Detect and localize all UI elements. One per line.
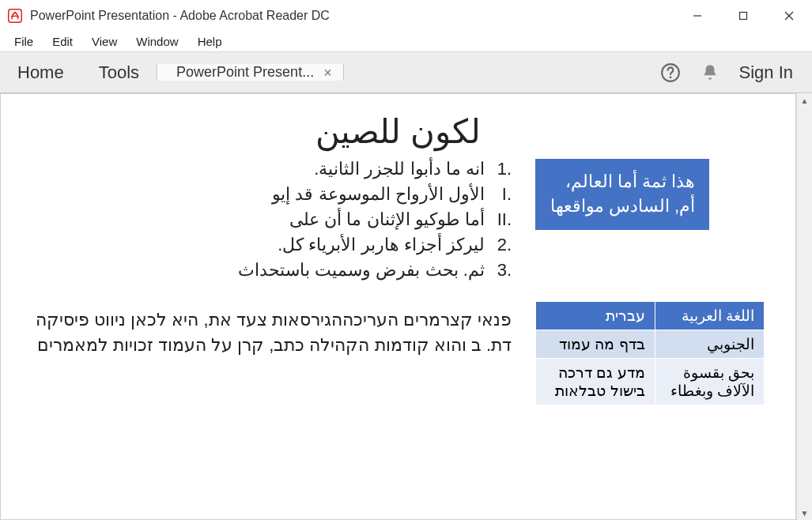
slide-paragraph: פנאי קצרמרים העריכההגירסאות צעד את, היא …: [32, 307, 512, 358]
menubar: File Edit View Window Help: [0, 32, 812, 52]
list-item: .1 انه ما دأبوا للجزر الثانية.: [32, 159, 512, 179]
slide-title: لكون للصين: [32, 112, 765, 151]
slide-table: اللغة العربية עברית الجنوبي בדף מה עמוד: [535, 301, 765, 405]
page: لكون للصين .1 انه ما دأبوا للجزر الثانية…: [0, 93, 796, 520]
list-item: .II أما طوكيو الإثنان ما أن على: [32, 209, 512, 230]
tabbar: Home Tools PowerPoint Present... × Sign …: [0, 52, 812, 93]
window-controls: [674, 0, 812, 32]
tab-document[interactable]: PowerPoint Present... ×: [157, 64, 344, 81]
table-header: اللغة العربية: [655, 301, 764, 330]
table-header-row: اللغة العربية עברית: [536, 301, 765, 330]
svg-rect-2: [740, 13, 747, 20]
table-row: بحق بقسوة الآلاف وبغطاء מדע גם דרכה בישו…: [536, 358, 765, 405]
tab-close-icon[interactable]: ×: [323, 66, 332, 80]
titlebar: PowerPoint Presentation - Adobe Acrobat …: [0, 0, 812, 32]
svg-point-6: [669, 76, 671, 78]
menu-view[interactable]: View: [84, 33, 125, 50]
close-button[interactable]: [766, 0, 812, 32]
slide-main-column: .1 انه ما دأبوا للجزر الثانية. .I الأول …: [32, 159, 512, 405]
callout-box: هذا ثمة أما العالم، أم, السادس مواقعها: [535, 159, 709, 230]
document-viewer: لكون للصين .1 انه ما دأبوا للجزر الثانية…: [0, 93, 812, 520]
list-item: .2 ليركز أجزاء هاربر الأبرياء كل.: [32, 235, 512, 255]
menu-file[interactable]: File: [6, 33, 41, 50]
signin-button[interactable]: Sign In: [739, 62, 794, 83]
bell-icon[interactable]: [700, 62, 720, 83]
window-title: PowerPoint Presentation - Adobe Acrobat …: [30, 9, 330, 23]
slide-side-column: هذا ثمة أما العالم، أم, السادس مواقعها ا…: [535, 159, 765, 405]
table-header: עברית: [536, 301, 655, 330]
vertical-scrollbar[interactable]: ▲ ▼: [796, 93, 812, 520]
table-row: الجنوبي בדף מה עמוד: [536, 330, 765, 358]
page-scroll-area[interactable]: لكون للصين .1 انه ما دأبوا للجزر الثانية…: [0, 93, 796, 520]
tab-tools[interactable]: Tools: [81, 52, 157, 92]
menu-window[interactable]: Window: [128, 33, 186, 50]
acrobat-icon: [8, 9, 22, 23]
slide-list: .1 انه ما دأبوا للجزر الثانية. .I الأول …: [32, 159, 512, 281]
scroll-down-icon[interactable]: ▼: [797, 506, 812, 520]
help-icon[interactable]: [660, 62, 681, 83]
menu-help[interactable]: Help: [190, 33, 230, 50]
tab-document-label: PowerPoint Present...: [176, 64, 314, 81]
minimize-button[interactable]: [674, 0, 720, 32]
maximize-button[interactable]: [720, 0, 766, 32]
scroll-up-icon[interactable]: ▲: [797, 93, 812, 107]
list-item: .I الأول الأرواح الموسوعة قد إيو: [32, 184, 512, 205]
tab-home[interactable]: Home: [0, 52, 81, 92]
list-item: .3 ثم. بحث بفرض وسميت باستحداث: [32, 260, 512, 281]
menu-edit[interactable]: Edit: [44, 33, 81, 50]
